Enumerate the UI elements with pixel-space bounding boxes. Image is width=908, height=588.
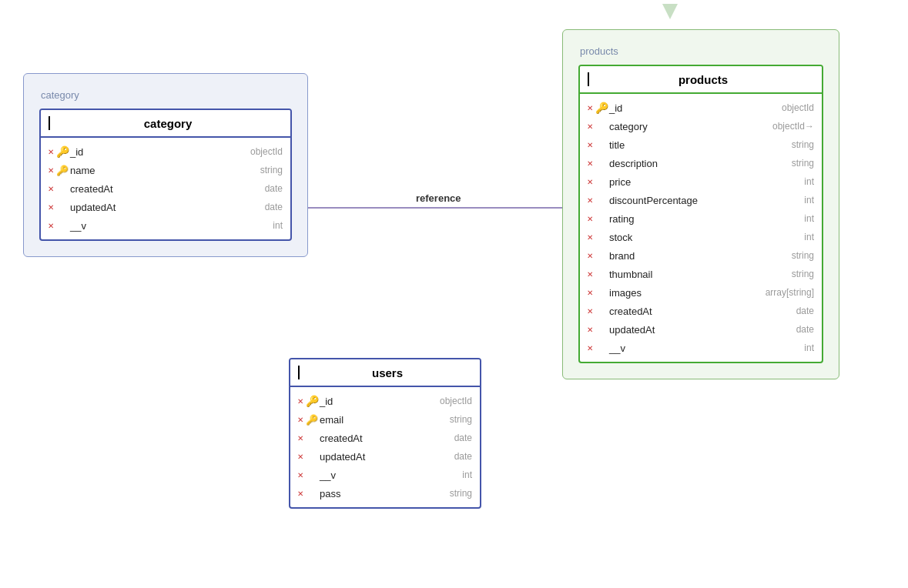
row-marker: ✕ — [585, 289, 595, 297]
field-name: pass — [320, 488, 418, 499]
products-table-header: products — [580, 66, 822, 94]
table-row: ✕ pass string — [290, 484, 480, 503]
table-row: ✕ description string — [580, 154, 822, 172]
key-icon: 🔑 — [306, 395, 320, 407]
field-type: date — [760, 324, 814, 335]
field-name: __v — [609, 342, 760, 354]
field-name: title — [609, 139, 760, 151]
table-row: ✕ thumbnail string — [580, 265, 822, 283]
table-row: ✕ updatedAt date — [290, 447, 480, 466]
triangle-decoration — [662, 4, 678, 19]
row-marker: ✕ — [45, 166, 56, 175]
field-type: date — [229, 202, 283, 212]
row-marker: ✕ — [585, 104, 595, 112]
field-name: updatedAt — [320, 451, 418, 463]
table-row: ✕ title string — [580, 135, 822, 154]
key-icon: 🔑 — [595, 102, 609, 114]
category-table-name: category — [53, 117, 283, 130]
field-name: email — [320, 414, 418, 426]
users-table-header: users — [290, 359, 480, 387]
field-name: updatedAt — [609, 324, 760, 336]
row-marker: ✕ — [45, 185, 56, 193]
category-table-header: category — [41, 110, 290, 138]
row-marker: ✕ — [295, 453, 306, 461]
row-marker: ✕ — [295, 397, 306, 406]
row-marker: ✕ — [295, 471, 306, 479]
field-type: string — [418, 414, 472, 425]
field-type: string — [418, 488, 472, 499]
field-type: string — [760, 139, 814, 150]
row-marker: ✕ — [585, 196, 595, 205]
field-name: price — [609, 176, 760, 188]
field-type: string — [760, 269, 814, 279]
field-name: _id — [609, 102, 760, 114]
field-type: int — [760, 195, 814, 205]
row-marker: ✕ — [585, 326, 595, 334]
field-name: thumbnail — [609, 269, 760, 280]
table-row: ✕ __v int — [580, 339, 822, 357]
key-icon: 🔑 — [56, 165, 70, 176]
field-type: int — [760, 213, 814, 224]
field-name: rating — [609, 213, 760, 225]
products-outer-label: products — [578, 45, 823, 57]
category-table-card: category ✕ 🔑 _id objectId ✕ 🔑 name strin… — [39, 109, 292, 241]
table-row: ✕ 🔑 email string — [290, 410, 480, 429]
row-marker: ✕ — [45, 148, 56, 156]
row-marker: ✕ — [585, 178, 595, 186]
row-marker: ✕ — [295, 416, 306, 424]
field-name: description — [609, 158, 760, 169]
field-name: createdAt — [320, 433, 418, 444]
field-type: objectId — [418, 396, 472, 406]
field-name: createdAt — [609, 306, 760, 317]
field-type: date — [418, 433, 472, 443]
products-cursor — [588, 72, 589, 86]
field-name: _id — [320, 396, 418, 407]
table-row: ✕ price int — [580, 172, 822, 191]
users-table-name: users — [303, 366, 472, 379]
field-type: objectId→ — [760, 121, 814, 132]
canvas: reference category category ✕ 🔑 _id obje… — [0, 0, 908, 588]
row-marker: ✕ — [585, 233, 595, 242]
table-row: ✕ rating int — [580, 209, 822, 228]
field-name: brand — [609, 250, 760, 262]
users-fields: ✕ 🔑 _id objectId ✕ 🔑 email string ✕ crea… — [290, 387, 480, 507]
row-marker: ✕ — [585, 307, 595, 316]
field-type: date — [760, 306, 814, 316]
category-outer-label: category — [39, 89, 292, 101]
products-outer-box: products products ✕ 🔑 _id objectId ✕ ca — [562, 29, 839, 379]
row-marker: ✕ — [45, 203, 56, 212]
table-row: ✕ updatedAt date — [41, 198, 290, 216]
field-name: stock — [609, 232, 760, 243]
key-icon: 🔑 — [56, 145, 70, 158]
field-type: string — [760, 250, 814, 261]
table-row: ✕ 🔑 _id objectId — [290, 392, 480, 410]
row-marker: ✕ — [585, 252, 595, 260]
row-marker: ✕ — [295, 489, 306, 498]
category-outer-box: category category ✕ 🔑 _id objectId ✕ 🔑 — [23, 73, 308, 257]
field-type: int — [229, 220, 283, 231]
field-name: createdAt — [70, 183, 229, 195]
row-marker: ✕ — [585, 215, 595, 223]
table-row: ✕ createdAt date — [580, 302, 822, 320]
field-type: int — [418, 469, 472, 480]
field-type: date — [418, 451, 472, 462]
table-row: ✕ stock int — [580, 228, 822, 246]
products-table-name: products — [592, 73, 814, 86]
field-type: objectId — [760, 102, 814, 113]
products-table-card: products ✕ 🔑 _id objectId ✕ category obj… — [578, 65, 823, 363]
table-row: ✕ category objectId→ — [580, 117, 822, 135]
table-row: ✕ 🔑 _id objectId — [41, 142, 290, 161]
users-cursor — [298, 366, 300, 379]
field-name: updatedAt — [70, 202, 229, 213]
field-type: int — [760, 176, 814, 187]
field-name: __v — [320, 469, 418, 481]
table-row: ✕ createdAt date — [41, 179, 290, 198]
table-row: ✕ brand string — [580, 246, 822, 265]
field-type: int — [760, 342, 814, 353]
table-row: ✕ __v int — [290, 466, 480, 484]
row-marker: ✕ — [585, 344, 595, 352]
table-row: ✕ createdAt date — [290, 429, 480, 447]
field-name: category — [609, 121, 760, 132]
field-type: date — [229, 183, 283, 194]
field-type: int — [760, 232, 814, 242]
